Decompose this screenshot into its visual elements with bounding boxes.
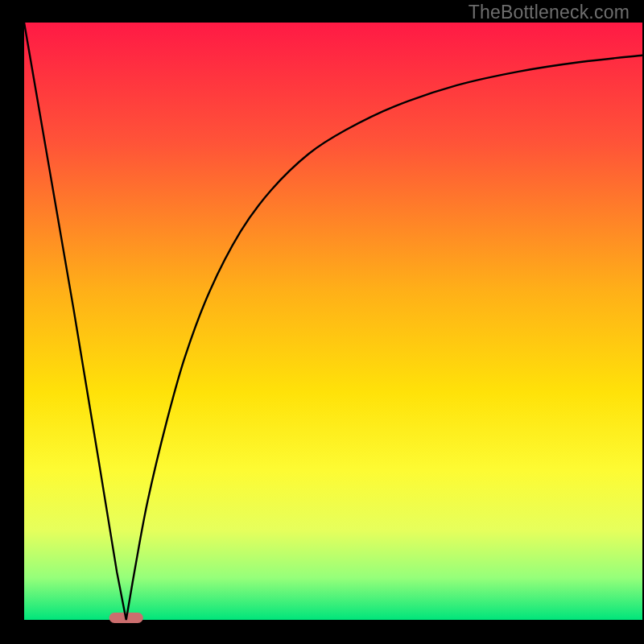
plot-background [24, 23, 642, 620]
chart-frame: TheBottleneck.com [0, 0, 644, 644]
bottleneck-chart [0, 0, 644, 644]
watermark-text: TheBottleneck.com [469, 2, 630, 23]
